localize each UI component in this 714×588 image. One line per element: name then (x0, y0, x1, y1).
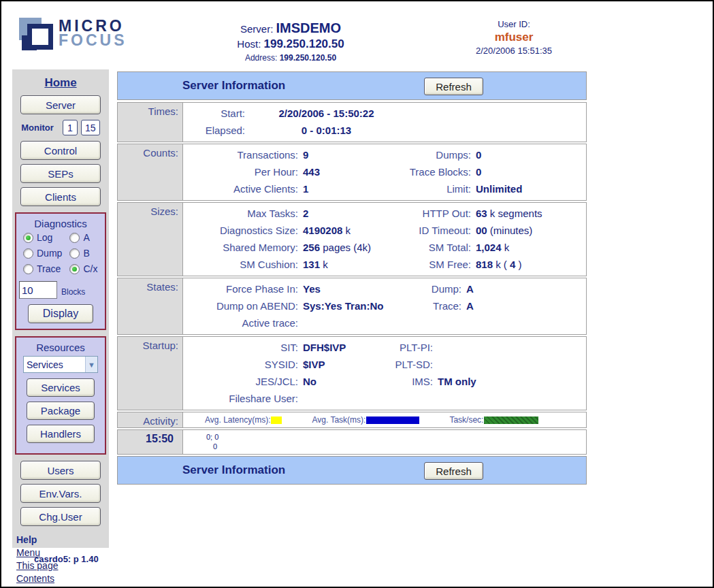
radio-label: B (83, 248, 89, 259)
field-label: SM Cushion: (183, 256, 303, 273)
server-identity-block: Server: IMSDEMO Host: 199.250.120.50 Add… (195, 20, 386, 63)
home-link[interactable]: Home (12, 76, 109, 90)
radio-label: Dump (37, 248, 62, 259)
chevron-down-icon[interactable]: ▼ (85, 357, 97, 372)
radio-option-cx[interactable]: C/x (69, 263, 105, 274)
refresh-button-top[interactable]: Refresh (424, 78, 483, 95)
section-times: Times:Start:2/20/2006 - 15:50:22Elapsed:… (117, 102, 587, 142)
env-vars-button[interactable]: Env.Vars. (20, 484, 101, 503)
resource-type-selected-value: Services (24, 359, 85, 370)
users-button[interactable]: Users (20, 461, 101, 480)
radio-button-icon[interactable] (23, 233, 33, 243)
field-label: Limit: (379, 180, 476, 197)
monitor-input-2[interactable] (81, 120, 100, 135)
radio-button-icon[interactable] (69, 248, 80, 259)
radio-option-log[interactable]: Log (23, 232, 69, 243)
field-value-bold: $IVP (303, 359, 325, 370)
spacer (403, 105, 586, 122)
radio-label: Log (37, 232, 52, 243)
resources-panel: Resources Services ▼ Services Package Ha… (15, 336, 106, 455)
radio-label: C/x (83, 263, 97, 274)
section-activity: Activity:Avg. Latency(ms):Avg. Task(ms):… (117, 412, 587, 428)
logo-square-outline (27, 24, 53, 50)
field-label: Fileshare User: (183, 390, 303, 407)
field-value-bold: 1,024 (476, 242, 502, 253)
radio-option-dump[interactable]: Dump (23, 248, 69, 259)
radio-option-trace[interactable]: Trace (23, 263, 69, 274)
handlers-button[interactable]: Handlers (27, 425, 95, 443)
monitor-input-1[interactable] (63, 120, 78, 135)
user-id-label: User ID: (446, 19, 582, 29)
field-label: Per Hour: (183, 163, 303, 180)
info-sections: Times:Start:2/20/2006 - 15:50:22Elapsed:… (117, 102, 587, 455)
field-value: 1 (303, 180, 379, 197)
logo-text: MICRO FOCUS (59, 19, 127, 48)
field-value: TM only (438, 373, 586, 390)
field-label: Start: (183, 105, 250, 122)
field-label: Trace Blocks: (379, 163, 476, 180)
field-value-bold: 131 (303, 259, 320, 270)
section-body: Max Tasks:2HTTP Out:63 k segmentsDiagnos… (183, 202, 587, 276)
section-label-startup: Startup: (117, 336, 183, 410)
field-label: SM Total: (379, 239, 476, 256)
field-value-bold: A (466, 283, 474, 295)
section-counts: Counts:Transactions:9Dumps:0Per Hour:443… (117, 144, 587, 201)
field-value (303, 314, 409, 331)
blocks-input[interactable] (19, 281, 57, 299)
section-body: 0; 00 (183, 429, 587, 455)
radio-option-b[interactable]: B (69, 248, 105, 259)
help-label: Help (16, 534, 109, 545)
refresh-button-bottom[interactable]: Refresh (424, 462, 483, 480)
field-label: Dump on ABEND: (183, 297, 303, 314)
resource-type-select[interactable]: Services ▼ (23, 356, 98, 373)
field-value: 2/20/2006 - 15:50:22 (250, 105, 403, 122)
diagnostics-radio-group: LogADumpBTraceC/x (16, 232, 105, 274)
field-value: Yes (303, 280, 409, 297)
field-label: SYSID: (183, 356, 303, 373)
activity-legend-label: Avg. Task(ms): (312, 415, 366, 425)
field-value: A (466, 280, 586, 297)
field-value-suffix: ) (515, 259, 521, 270)
section-label-states: States: (117, 278, 183, 335)
task-ms-bar (366, 416, 419, 424)
server-label: Server: (240, 23, 273, 35)
clients-button[interactable]: Clients (20, 187, 101, 206)
panel-title: Server Information (182, 79, 285, 93)
activity-legend-item: Task/sec: (449, 415, 538, 425)
panel-title-bottom: Server Information (182, 463, 285, 477)
task-sec-bar (484, 416, 538, 424)
services-button[interactable]: Services (27, 378, 95, 397)
field-label: Shared Memory: (183, 239, 303, 256)
server-name: IMSDEMO (276, 20, 341, 35)
field-value-suffix: k ( (493, 259, 510, 270)
section-body: Transactions:9Dumps:0Per Hour:443Trace B… (183, 144, 587, 201)
server-button[interactable]: Server (20, 95, 101, 114)
radio-label: A (83, 232, 89, 243)
radio-option-a[interactable]: A (69, 232, 105, 243)
host-label: Host: (237, 38, 261, 50)
help-link-contents[interactable]: Contents (16, 573, 109, 584)
section-label-sizes: Sizes: (117, 202, 183, 276)
page: { "header": { "logo_line1": "MICRO", "lo… (0, 0, 714, 588)
host-value: 199.250.120.50 (264, 37, 344, 50)
section-label-counts: Counts: (117, 144, 183, 201)
server-name-line: Server: IMSDEMO (195, 20, 386, 36)
field-value: 256 pages (4k) (303, 239, 379, 256)
radio-button-icon[interactable] (23, 264, 33, 274)
radio-button-icon[interactable] (69, 233, 80, 243)
field-label: Diagnostics Size: (183, 222, 303, 239)
diagnostics-panel: Diagnostics LogADumpBTraceC/x Blocks Dis… (15, 212, 106, 330)
chg-user-button[interactable]: Chg.User (20, 507, 101, 526)
resources-title: Resources (16, 342, 105, 353)
field-value: 0 - 0:01:13 (250, 122, 403, 139)
radio-button-icon[interactable] (23, 248, 33, 259)
field-value: 0 (476, 146, 586, 163)
radio-button-icon[interactable] (69, 264, 80, 274)
display-button[interactable]: Display (28, 304, 93, 323)
section-body: Start:2/20/2006 - 15:50:22Elapsed:0 - 0:… (183, 102, 587, 142)
field-label: Max Tasks: (183, 205, 303, 222)
control-button[interactable]: Control (20, 141, 101, 160)
seps-button[interactable]: SEPs (20, 164, 101, 183)
field-value (438, 356, 586, 373)
package-button[interactable]: Package (27, 402, 95, 420)
